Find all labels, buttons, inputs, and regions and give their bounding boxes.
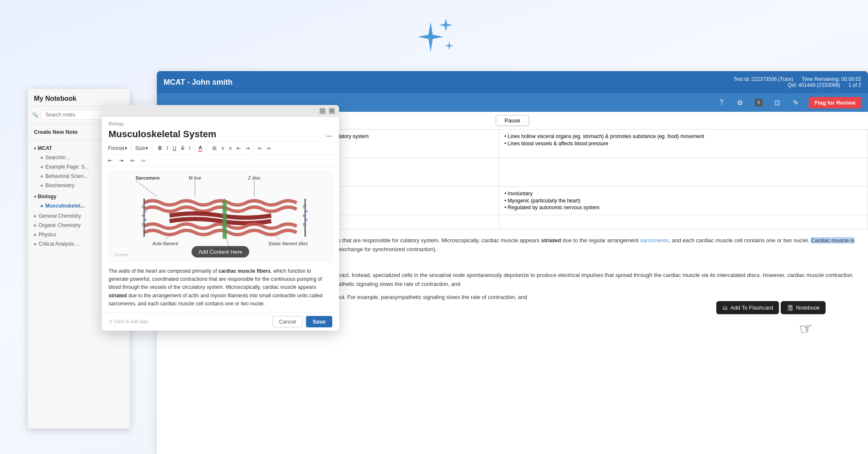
align-left-button[interactable]: ⇐: [256, 144, 264, 152]
align-right-button[interactable]: ⇒: [264, 144, 273, 152]
table-cell: [499, 215, 868, 230]
divider: [194, 144, 195, 152]
tree-item-label: Critical Analysis ...: [39, 241, 80, 247]
note-editor-body[interactable]: M line Z disc Sarcomere Actin filament M…: [102, 166, 339, 312]
sarcomeres-link[interactable]: sarcomeres: [640, 237, 669, 244]
qid-label: Qid: 401449 (2333098): [788, 82, 840, 88]
dot-icon: [41, 185, 43, 187]
table-cell: • Lines hollow visceral organs (eg. stom…: [499, 130, 868, 158]
note-editor-footer: ⊙ Click to add tags Cancel Save: [102, 312, 339, 331]
italic2-button[interactable]: I: [187, 144, 192, 152]
note-toolbar: Format ▾ Size ▾ B I U S I A ⊞ ≡ ≡: [102, 141, 339, 155]
divider: [131, 144, 131, 152]
tree-parent-label: MCAT: [38, 145, 52, 151]
close-icon: ✕: [330, 109, 334, 113]
tag-icon: ⊙: [108, 319, 112, 324]
pencil-icon[interactable]: ✎: [790, 97, 802, 108]
color-button[interactable]: A: [196, 144, 204, 153]
table-list-group: ⊞ ≡ ≡ ⇤ ⇥ ⇐ ⇒: [210, 144, 273, 152]
bold-button[interactable]: B: [156, 144, 164, 152]
create-new-note-label: Create New Note: [34, 129, 78, 135]
toolbar-r2-btn4[interactable]: ⇨: [139, 156, 147, 165]
table-cell: [499, 158, 868, 186]
note-editor-titlebar: — ✕: [102, 105, 339, 117]
format-buttons-group: B I U S I A: [156, 144, 208, 153]
note-tags-area[interactable]: ⊙ Click to add tags: [108, 319, 148, 324]
table-cell: • Involuntary• Myogenic (particularly th…: [499, 186, 868, 215]
cancel-button[interactable]: Cancel: [273, 316, 302, 327]
bullet-list-button[interactable]: ≡: [227, 144, 234, 152]
toolbar-r2-btn3[interactable]: ⇔: [128, 156, 136, 165]
note-editor-modal: — ✕ Biology Musculoskeletal System ... F…: [102, 105, 339, 331]
chevron-down-icon: ▾: [34, 146, 36, 151]
exam-title: MCAT - John smith: [164, 78, 233, 86]
flashcard-icon: 🗂: [722, 305, 728, 311]
dot-icon: [41, 166, 43, 168]
dot-icon: [41, 205, 43, 207]
tree-item-label: Organic Chemistry: [39, 222, 81, 228]
sarcomere-diagram: M line Z disc Sarcomere Actin filament M…: [108, 171, 332, 262]
add-to-flashcard-button[interactable]: 🗂 Add To Flashcard: [716, 301, 779, 314]
close-button[interactable]: ✕: [329, 108, 335, 114]
table-button[interactable]: ⊞: [210, 144, 219, 152]
layout-icon[interactable]: ⊡: [771, 97, 783, 108]
numbered-list-button[interactable]: ≡: [219, 144, 226, 152]
elastic-label: Elastic filament (titin): [269, 241, 308, 246]
strikethrough-button[interactable]: S: [179, 144, 186, 152]
page-label: 1 of 2: [849, 82, 861, 88]
note-toolbar-row2: ⇤ ⇥ ⇔ ⇨: [102, 155, 339, 166]
passage-bold-2: striated: [541, 237, 561, 244]
more-options-button[interactable]: ...: [326, 130, 332, 139]
size-dropdown[interactable]: Size ▾: [133, 144, 150, 152]
toolbar-r2-btn2[interactable]: ⇥: [117, 156, 125, 165]
note-body-text[interactable]: The walls of the heart are composed prim…: [108, 267, 332, 308]
content-actions-popup: 🗂 Add To Flashcard 📓 Notebook: [716, 301, 826, 314]
flag-review-button[interactable]: Flag for Review: [809, 97, 861, 108]
z-disc-label: Z disc: [248, 175, 261, 180]
breadcrumb-text: Biology: [108, 121, 124, 126]
indent-button[interactable]: ⇥: [243, 144, 252, 152]
chevron-down-icon: ▾: [125, 145, 127, 151]
format-dropdown[interactable]: Format ▾: [106, 144, 129, 152]
exam-header-left: MCAT - John smith: [164, 78, 734, 87]
save-button[interactable]: Save: [306, 316, 332, 327]
pause-button[interactable]: Pause: [496, 115, 529, 126]
dot-icon: [34, 215, 36, 217]
svg-rect-10: [223, 201, 227, 239]
actin-label: Actin filament: [153, 241, 178, 246]
italic-button[interactable]: I: [164, 144, 170, 152]
tree-child-label: Searchin...: [45, 155, 70, 161]
tree-child-label: Musculoskelet...: [45, 203, 85, 209]
divider: [152, 144, 152, 152]
chevron-down-icon: ▾: [34, 194, 36, 199]
toolbar-r2-btn1[interactable]: ⇤: [106, 156, 114, 165]
sparkle-icon: [409, 13, 459, 64]
notebook-button[interactable]: 📓 Notebook: [781, 301, 826, 314]
format-group: Format ▾ Size ▾: [106, 144, 153, 152]
sarcomere-label: Sarcomere: [136, 175, 160, 180]
note-editor-title-area: Musculoskeletal System ...: [102, 126, 339, 141]
add-content-badge[interactable]: Add Content Here: [192, 246, 249, 257]
help-icon[interactable]: ?: [715, 97, 727, 108]
note-title: Musculoskeletal System: [108, 129, 216, 140]
tree-child-label: Example Page: S...: [45, 164, 89, 170]
tree-item-label: General Chemistry: [39, 213, 81, 219]
tree-parent-label: Biology: [38, 194, 56, 199]
dot-icon: [34, 224, 36, 227]
minimize-button[interactable]: —: [320, 108, 326, 114]
sparkle-area: [409, 13, 459, 64]
tree-child-label: Behavioral Scien...: [45, 173, 88, 179]
divider: [206, 144, 206, 152]
outdent-button[interactable]: ⇤: [234, 144, 243, 152]
exam-meta-row: Test Id: 222373506 (Tutor) Time Remainin…: [734, 76, 861, 82]
note-editor-breadcrumb: Biology: [102, 117, 339, 126]
minimize-icon: —: [321, 109, 325, 113]
underline-button[interactable]: U: [170, 144, 178, 152]
copyright-label: ©UWorld: [114, 253, 128, 257]
gear-icon[interactable]: ⚙: [734, 97, 746, 108]
dot-icon: [34, 234, 36, 236]
counter-badge: 0: [755, 99, 762, 106]
dot-icon: [41, 175, 43, 177]
notebook-toolbar-icon[interactable]: 0: [753, 97, 765, 108]
dot-icon: [41, 157, 43, 159]
